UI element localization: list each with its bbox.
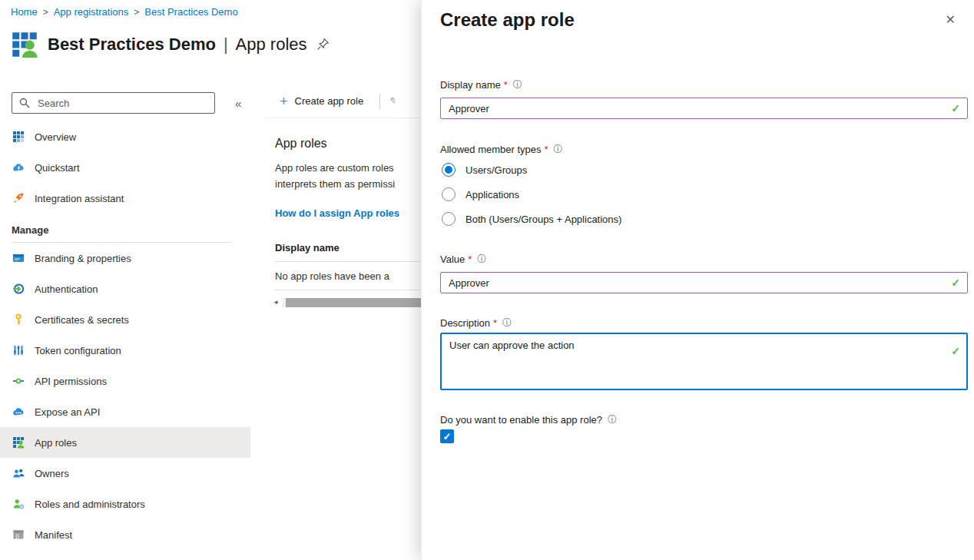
sidebar-item-label: Integration assistant bbox=[35, 193, 124, 204]
display-name-label-text: Display name bbox=[440, 79, 501, 91]
sliders-icon bbox=[12, 344, 25, 356]
radio-button-icon bbox=[442, 187, 456, 201]
sidebar-item-label: Owners bbox=[35, 468, 69, 479]
app-roles-description-line2: interprets them as permissi bbox=[275, 176, 421, 192]
sidebar-item-quickstart[interactable]: Quickstart bbox=[0, 152, 250, 183]
overview-grid-icon bbox=[12, 131, 25, 143]
allowed-member-types-radio-group: Users/Groups Applications Both (Users/Gr… bbox=[440, 157, 968, 231]
sidebar-item-label: Branding & properties bbox=[35, 253, 131, 264]
quickstart-cloud-icon bbox=[12, 161, 25, 174]
sidebar-item-authentication[interactable]: Authentication bbox=[0, 273, 250, 304]
key-icon bbox=[12, 313, 25, 326]
enable-app-role-label: Do you want to enable this app role? ⓘ bbox=[440, 413, 968, 426]
panel-header: Create app role ✕ bbox=[422, 0, 974, 32]
sidebar-item-token-configuration[interactable]: Token configuration bbox=[0, 335, 250, 366]
page-title-secondary: App roles bbox=[236, 35, 307, 55]
close-panel-button[interactable]: ✕ bbox=[941, 9, 960, 30]
scrollbar-thumb[interactable] bbox=[286, 298, 421, 307]
rocket-icon bbox=[12, 192, 25, 204]
sidebar-item-label: Overview bbox=[35, 131, 76, 143]
toolbar-partial-icon[interactable]: ✎ bbox=[389, 95, 395, 107]
command-bar-divider bbox=[379, 94, 380, 109]
collapse-sidebar-button[interactable]: « bbox=[230, 96, 246, 111]
allowed-member-types-label: Allowed member types * ⓘ bbox=[440, 143, 968, 155]
app-roles-icon bbox=[12, 436, 25, 449]
create-app-role-panel: Create app role ✕ Display name * ⓘ ✓ All… bbox=[421, 0, 974, 560]
create-app-role-button[interactable]: + Create app role bbox=[275, 94, 368, 109]
branding-icon bbox=[12, 252, 25, 264]
radio-button-icon bbox=[442, 163, 456, 177]
page-title-separator: | bbox=[224, 35, 228, 55]
radio-both[interactable]: Both (Users/Groups + Applications) bbox=[440, 207, 968, 231]
breadcrumb-separator-icon: > bbox=[43, 7, 48, 18]
display-name-input-wrap: ✓ bbox=[440, 98, 968, 119]
breadcrumb-best-practices-demo-link[interactable]: Best Practices Demo bbox=[144, 6, 237, 18]
search-input[interactable] bbox=[36, 97, 208, 110]
expose-api-cloud-icon bbox=[12, 406, 25, 418]
sidebar-item-label: Quickstart bbox=[35, 162, 80, 174]
value-label: Value * ⓘ bbox=[440, 253, 968, 265]
required-asterisk: * bbox=[468, 253, 472, 265]
roles-administrators-icon bbox=[12, 498, 25, 510]
sidebar-item-api-permissions[interactable]: API permissions bbox=[0, 366, 250, 396]
radio-button-icon bbox=[442, 212, 456, 226]
radio-label: Users/Groups bbox=[465, 164, 527, 176]
sidebar-item-label: Authentication bbox=[35, 283, 98, 295]
sidebar-search-row: « bbox=[12, 92, 250, 114]
sidebar-item-integration-assistant[interactable]: Integration assistant bbox=[0, 183, 250, 214]
sidebar-item-overview[interactable]: Overview bbox=[0, 121, 250, 152]
pushpin-icon bbox=[316, 38, 330, 51]
scroll-left-arrow-icon[interactable]: ◄ bbox=[273, 299, 282, 306]
value-input[interactable] bbox=[440, 272, 968, 293]
search-icon bbox=[18, 97, 31, 109]
sidebar-item-branding-properties[interactable]: Branding & properties bbox=[0, 243, 250, 273]
info-icon[interactable]: ⓘ bbox=[554, 144, 563, 154]
horizontal-scrollbar[interactable]: ◄ bbox=[273, 297, 421, 307]
breadcrumb: Home > App registrations > Best Practice… bbox=[11, 6, 238, 18]
info-icon[interactable]: ⓘ bbox=[502, 318, 512, 327]
display-name-input[interactable] bbox=[440, 98, 968, 119]
enable-app-role-checkbox[interactable]: ✓ bbox=[440, 429, 454, 443]
sidebar-item-certificates-secrets[interactable]: Certificates & secrets bbox=[0, 304, 250, 335]
info-icon[interactable]: ⓘ bbox=[477, 254, 486, 263]
page-title-primary: Best Practices Demo bbox=[48, 35, 216, 55]
description-label: Description * ⓘ bbox=[440, 316, 968, 329]
search-box[interactable] bbox=[12, 92, 215, 114]
valid-checkmark-icon: ✓ bbox=[951, 345, 960, 357]
checkbox-check-icon: ✓ bbox=[443, 431, 452, 442]
authentication-icon bbox=[12, 283, 25, 295]
sidebar-section-manage: Manage bbox=[12, 224, 250, 236]
sidebar: « Overview Quickstart Integration assist… bbox=[0, 84, 250, 550]
command-bar: + Create app role ✎ bbox=[265, 84, 421, 118]
panel-form: Display name * ⓘ ✓ Allowed member types … bbox=[422, 78, 974, 443]
sidebar-item-roles-and-administrators[interactable]: Roles and administrators bbox=[0, 489, 250, 519]
pin-button[interactable] bbox=[316, 38, 330, 53]
page-title: Best Practices Demo | App roles bbox=[48, 35, 307, 55]
app-roles-heading: App roles bbox=[275, 137, 421, 151]
how-do-i-assign-app-roles-link[interactable]: How do I assign App roles bbox=[275, 207, 421, 219]
value-label-text: Value bbox=[440, 253, 465, 265]
required-asterisk: * bbox=[504, 79, 508, 91]
sidebar-item-manifest[interactable]: {} Manifest bbox=[0, 519, 250, 550]
info-icon[interactable]: ⓘ bbox=[608, 415, 617, 424]
sidebar-item-label: Expose an API bbox=[35, 406, 100, 418]
info-icon[interactable]: ⓘ bbox=[513, 80, 522, 89]
sidebar-item-app-roles[interactable]: App roles bbox=[0, 427, 250, 458]
radio-users-groups[interactable]: Users/Groups bbox=[440, 157, 968, 182]
description-textarea[interactable]: User can approve the action bbox=[440, 333, 968, 390]
breadcrumb-home-link[interactable]: Home bbox=[11, 6, 38, 18]
panel-title: Create app role bbox=[440, 8, 575, 32]
sidebar-item-owners[interactable]: Owners bbox=[0, 458, 250, 489]
valid-checkmark-icon: ✓ bbox=[951, 102, 960, 114]
table-empty-message: No app roles have been a bbox=[275, 262, 421, 290]
table-header-display-name: Display name bbox=[275, 242, 421, 262]
breadcrumb-separator-icon: > bbox=[134, 7, 139, 18]
sidebar-item-label: Token configuration bbox=[35, 345, 121, 356]
sidebar-item-expose-an-api[interactable]: Expose an API bbox=[0, 396, 250, 427]
manifest-icon: {} bbox=[12, 529, 25, 541]
radio-applications[interactable]: Applications bbox=[440, 182, 968, 207]
sidebar-item-label: API permissions bbox=[35, 376, 107, 387]
breadcrumb-app-registrations-link[interactable]: App registrations bbox=[54, 6, 129, 18]
scrollbar-track[interactable] bbox=[282, 298, 421, 307]
valid-checkmark-icon: ✓ bbox=[951, 277, 960, 289]
